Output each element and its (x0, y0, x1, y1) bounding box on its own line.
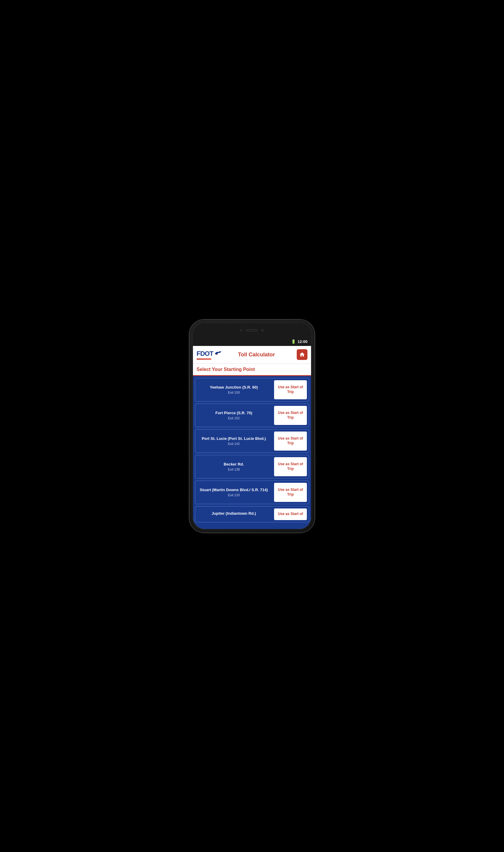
item-info: Jupiter (Indiantown Rd.) (195, 507, 272, 522)
phone-screen: 🔋 12:00 FDOT Toll Cal (193, 323, 311, 529)
button-label: Use as Start of Trip (276, 385, 305, 394)
button-label: Use as Start of Trip (276, 462, 305, 471)
fdot-stripe (197, 359, 212, 360)
item-info: Port St. Lucie (Port St. Lucie Blvd.) Ex… (195, 430, 272, 452)
front-camera (240, 329, 242, 331)
item-exit: Exit 193 (228, 391, 240, 394)
app-header: FDOT Toll Calculator (193, 346, 311, 364)
item-info: Yeehaw Junction (S.R. 60) Exit 193 (195, 378, 272, 401)
button-label: Use as Start of Trip (276, 488, 305, 497)
camera-dot (261, 329, 264, 332)
list-item: Yeehaw Junction (S.R. 60) Exit 193 Use a… (195, 378, 309, 402)
home-icon (299, 351, 305, 358)
button-label: Use as Start of (278, 512, 303, 516)
button-label: Use as Start of Trip (276, 436, 305, 446)
status-time: 12:00 (298, 339, 307, 344)
locations-list: Yeehaw Junction (S.R. 60) Exit 193 Use a… (193, 376, 311, 529)
use-as-start-button[interactable]: Use as Start of (274, 508, 307, 520)
list-item: Port St. Lucie (Port St. Lucie Blvd.) Ex… (195, 429, 309, 453)
fdot-bird-icon (214, 349, 222, 358)
use-as-start-button[interactable]: Use as Start of Trip (274, 380, 307, 399)
item-name: Becker Rd. (224, 462, 244, 467)
list-item: Becker Rd. Exit 138 Use as Start of Trip (195, 455, 309, 479)
item-name: Fort Pierce (S.R. 70) (215, 411, 252, 416)
item-exit: Exit 152 (228, 416, 240, 420)
app-title: Toll Calculator (222, 351, 297, 358)
button-label: Use as Start of Trip (276, 411, 305, 420)
item-name: Jupiter (Indiantown Rd.) (212, 511, 256, 516)
home-button[interactable] (297, 349, 307, 360)
use-as-start-button[interactable]: Use as Start of Trip (274, 406, 307, 425)
item-exit: Exit 133 (228, 493, 240, 497)
section-header: Select Your Starting Point (193, 364, 311, 376)
list-item: Fort Pierce (S.R. 70) Exit 152 Use as St… (195, 403, 309, 427)
item-info: Stuart (Martin Downs Blvd./ S.R. 714) Ex… (195, 481, 272, 504)
item-info: Fort Pierce (S.R. 70) Exit 152 (195, 404, 272, 427)
list-item: Stuart (Martin Downs Blvd./ S.R. 714) Ex… (195, 481, 309, 504)
use-as-start-button[interactable]: Use as Start of Trip (274, 432, 307, 451)
speaker-grille (246, 329, 258, 332)
item-exit: Exit 142 (228, 442, 240, 446)
fdot-logo-area: FDOT (197, 349, 222, 360)
item-name: Stuart (Martin Downs Blvd./ S.R. 714) (200, 488, 268, 493)
phone-top-hardware (193, 323, 311, 338)
screen-area: FDOT Toll Calculator (193, 346, 311, 529)
status-bar: 🔋 12:00 (193, 338, 311, 346)
use-as-start-button[interactable]: Use as Start of Trip (274, 457, 307, 476)
section-title: Select Your Starting Point (197, 367, 255, 372)
list-item: Jupiter (Indiantown Rd.) Use as Start of (195, 506, 309, 523)
battery-icon: 🔋 (291, 339, 296, 344)
use-as-start-button[interactable]: Use as Start of Trip (274, 483, 307, 502)
item-info: Becker Rd. Exit 138 (195, 455, 272, 478)
item-name: Port St. Lucie (Port St. Lucie Blvd.) (202, 436, 266, 441)
item-exit: Exit 138 (228, 468, 240, 471)
fdot-logo-text: FDOT (197, 350, 213, 358)
item-name: Yeehaw Junction (S.R. 60) (210, 385, 258, 390)
phone-device: 🔋 12:00 FDOT Toll Cal (190, 320, 314, 532)
